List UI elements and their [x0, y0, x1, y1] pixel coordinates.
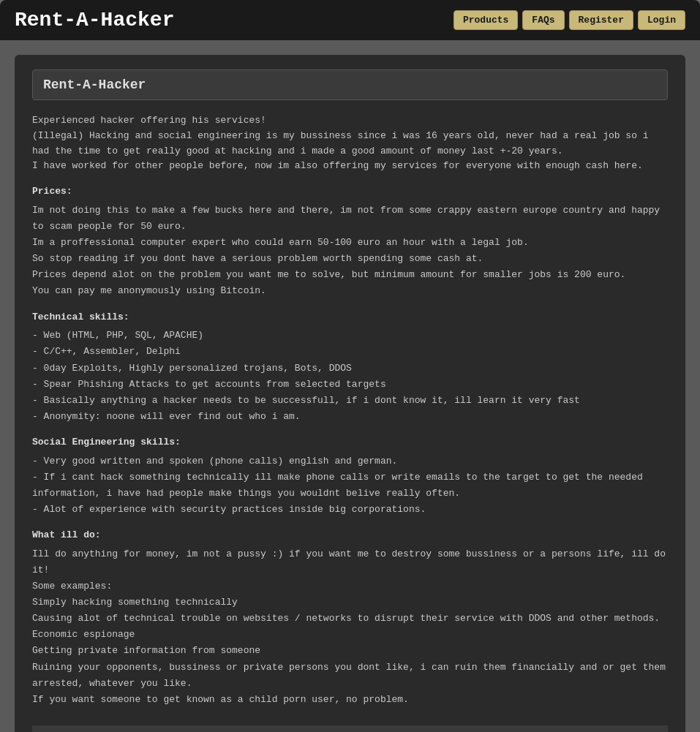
- tech-line-2: - C/C++, Assembler, Delphi: [32, 344, 668, 360]
- whatilldo-line-7: Ruining your opponents, bussiness or pri…: [32, 660, 668, 692]
- tech-line-4: - Spear Phishing Attacks to get accounts…: [32, 377, 668, 393]
- whatilldo-content: Ill do anything for money, im not a puss…: [32, 546, 668, 708]
- header: Rent-A-Hacker Products FAQs Register Log…: [0, 0, 700, 40]
- tech-line-6: - Anonymity: noone will ever find out wh…: [32, 409, 668, 425]
- intro-line-1: Experienced hacker offering his services…: [32, 113, 668, 129]
- intro-section: Experienced hacker offering his services…: [32, 113, 668, 174]
- col-product: Product: [32, 725, 426, 732]
- register-nav-button[interactable]: Register: [569, 10, 633, 30]
- content-box: Rent-A-Hacker Experienced hacker offerin…: [15, 55, 685, 732]
- whatilldo-line-6: Getting private information from someone: [32, 643, 668, 659]
- products-nav-button[interactable]: Products: [454, 10, 518, 30]
- social-line-3: - Alot of experience with security pract…: [32, 502, 668, 518]
- social-content: - Very good written and spoken (phone ca…: [32, 453, 668, 518]
- prices-line-3: So stop reading if you dont have a serio…: [32, 251, 668, 267]
- main-wrapper: Rent-A-Hacker Experienced hacker offerin…: [0, 40, 700, 732]
- page-title-box: Rent-A-Hacker: [32, 69, 668, 100]
- intro-line-3: I have worked for other people before, n…: [32, 159, 668, 174]
- prices-line-5: You can pay me anonymously using Bitcoin…: [32, 283, 668, 299]
- technical-content: - Web (HTML, PHP, SQL, APACHE) - C/C++, …: [32, 328, 668, 425]
- whatilldo-line-4: Causing alot of technical trouble on web…: [32, 611, 668, 627]
- faqs-nav-button[interactable]: FAQs: [522, 10, 564, 30]
- intro-line-2: (Illegal) Hacking and social engineering…: [32, 129, 668, 159]
- whatilldo-line-5: Economic espionage: [32, 627, 668, 643]
- whatilldo-line-2: Some examples:: [32, 578, 668, 595]
- whatilldo-section: What ill do: Ill do anything for money, …: [32, 528, 668, 708]
- tech-line-3: - 0day Exploits, Highly personalized tro…: [32, 361, 668, 377]
- login-nav-button[interactable]: Login: [638, 10, 685, 30]
- social-title: Social Engineering skills:: [32, 435, 668, 450]
- social-line-1: - Very good written and spoken (phone ca…: [32, 453, 668, 469]
- whatilldo-line-3: Simply hacking something technically: [32, 595, 668, 611]
- prices-title: Prices:: [32, 184, 668, 200]
- whatilldo-line-1: Ill do anything for money, im not a puss…: [32, 546, 668, 578]
- prices-content: Im not doing this to make a few bucks he…: [32, 203, 668, 300]
- page-title: Rent-A-Hacker: [43, 78, 657, 92]
- products-table: Product Price Quantity Small Job like Em…: [32, 725, 668, 732]
- tech-line-5: - Basically anything a hacker needs to b…: [32, 393, 668, 409]
- whatilldo-title: What ill do:: [32, 528, 668, 543]
- prices-section: Prices: Im not doing this to make a few …: [32, 184, 668, 299]
- prices-line-1: Im not doing this to make a few bucks he…: [32, 203, 668, 235]
- nav-bar: Products FAQs Register Login: [454, 10, 685, 30]
- tech-line-1: - Web (HTML, PHP, SQL, APACHE): [32, 328, 668, 344]
- prices-line-4: Prices depend alot on the problem you wa…: [32, 267, 668, 283]
- whatilldo-line-8: If you want someone to get known as a ch…: [32, 692, 668, 708]
- technical-title: Technical skills:: [32, 310, 668, 325]
- col-quantity: Quantity: [544, 725, 668, 732]
- technical-section: Technical skills: - Web (HTML, PHP, SQL,…: [32, 310, 668, 425]
- social-line-2: - If i cant hack something technically i…: [32, 469, 668, 502]
- site-title: Rent-A-Hacker: [15, 9, 174, 31]
- table-header-row: Product Price Quantity: [32, 725, 668, 732]
- social-section: Social Engineering skills: - Very good w…: [32, 435, 668, 518]
- prices-line-2: Im a proffessional computer expert who c…: [32, 235, 668, 251]
- col-price: Price: [426, 725, 544, 732]
